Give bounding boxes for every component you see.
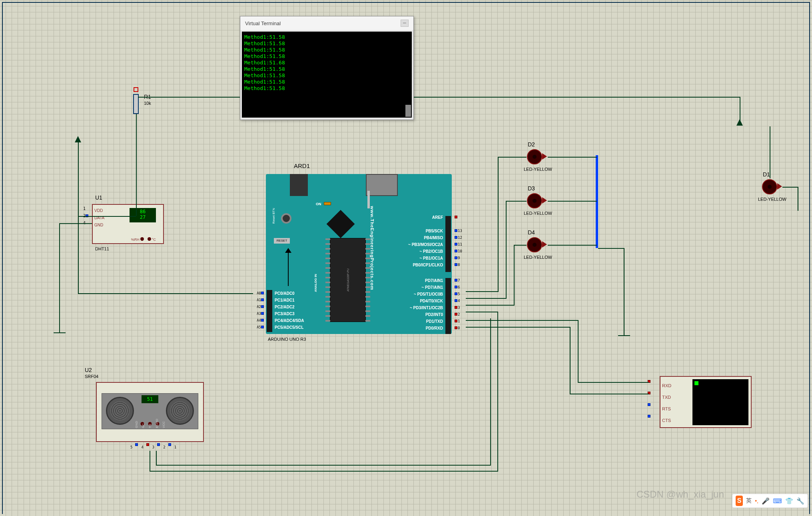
power-led-icon	[324, 202, 331, 205]
vterm-line: Method1:51.58	[244, 72, 409, 79]
u2-part: SRF04	[85, 374, 98, 379]
wire[interactable]	[624, 248, 624, 332]
wire[interactable]	[136, 114, 137, 216]
right-top-labels: AREF PB5/SCKPB4/MISO ~ PB3/MOSI/OC2A~ PB…	[408, 214, 443, 268]
wire[interactable]	[490, 318, 491, 466]
analog-label: ANALOG IN	[314, 274, 317, 292]
wire[interactable]	[506, 201, 507, 299]
arduino-url: www.TheEngineeringProjects.com	[370, 206, 375, 290]
component-d4[interactable]	[527, 237, 542, 252]
barrel-jack-icon	[290, 174, 308, 196]
wire[interactable]	[578, 320, 579, 382]
d4-ref: D4	[528, 229, 535, 236]
term-pin-labels: RXD TXD RTS CTS	[662, 380, 671, 426]
wire[interactable]	[498, 157, 499, 292]
wire[interactable]	[578, 382, 649, 383]
r1-terminal-top[interactable]	[134, 87, 138, 92]
wire[interactable]	[150, 471, 497, 472]
u1-part: DHT11	[95, 246, 109, 251]
ime-toolbar[interactable]: S 英 •, 🎤 ⌨ 👕 🔧	[732, 494, 808, 508]
bus-wire[interactable]	[596, 155, 598, 248]
wire[interactable]	[414, 97, 740, 98]
watermark: CSDN @wh_xia_jun	[636, 489, 724, 500]
wire[interactable]	[570, 327, 571, 394]
d2-part: LED-YELLOW	[524, 167, 552, 172]
power-arrow-icon	[736, 119, 743, 126]
dht-pin-labels: VDD DATA GND	[94, 207, 104, 229]
ard-ref: ARD1	[294, 162, 310, 169]
vterm-line: Method1:51.58	[244, 53, 409, 60]
component-dht11[interactable]: VDD DATA GND 86 27 %RH °C	[92, 204, 164, 244]
ground-icon	[618, 332, 630, 340]
component-d1[interactable]	[762, 179, 777, 194]
reset-label: RESET	[274, 238, 290, 244]
wire[interactable]	[598, 248, 624, 249]
vterm-titlebar[interactable]: Virtual Terminal ─	[240, 16, 413, 30]
ard-left-ext-pins: A0 A1 A2 A3 A4 A5	[253, 290, 264, 331]
ultrasonic-tx-icon	[106, 397, 134, 425]
wire[interactable]	[466, 327, 570, 328]
wire[interactable]	[138, 97, 240, 98]
reset-button[interactable]	[281, 213, 291, 224]
component-d2[interactable]	[527, 149, 542, 164]
term-screen	[692, 379, 748, 425]
vterm-output[interactable]: Method1:51.58 Method1:51.58 Method1:51.5…	[242, 32, 412, 118]
wire[interactable]	[498, 157, 527, 158]
wire[interactable]	[548, 157, 597, 158]
wire[interactable]	[514, 245, 515, 306]
component-d3[interactable]	[527, 193, 542, 208]
wire[interactable]	[548, 201, 597, 202]
wire[interactable]	[782, 187, 798, 188]
wire[interactable]	[497, 312, 498, 472]
d1-part: LED-YELLOW	[758, 197, 786, 202]
component-srf04[interactable]: 51 GNDNCTRECHOVCC	[96, 382, 204, 442]
mic-icon[interactable]: 🎤	[762, 497, 770, 505]
right-bot-labels: PD7/AIN1~ PD7/AIN1~ PD5/T1/OC0BPD4/T0/XC…	[410, 277, 443, 332]
chip-smd-icon	[327, 210, 355, 238]
wire[interactable]	[466, 298, 506, 299]
wire[interactable]	[466, 320, 578, 321]
tool-icon[interactable]: 🔧	[796, 497, 804, 505]
reset-btn-label: Reset BTN	[272, 208, 275, 224]
skin-icon[interactable]: 👕	[785, 497, 793, 505]
right-header-top	[445, 216, 451, 272]
vterm-line: Method1:51.58	[244, 79, 409, 85]
keyboard-icon[interactable]: ⌨	[773, 497, 782, 505]
virtual-terminal-window[interactable]: Virtual Terminal ─ Method1:51.58 Method1…	[240, 16, 414, 120]
wire[interactable]	[78, 216, 136, 217]
component-serial-terminal[interactable]: RXD TXD RTS CTS	[660, 376, 752, 428]
scrollbar-thumb[interactable]	[405, 105, 411, 117]
srf-display: 51	[142, 395, 158, 403]
schematic-canvas[interactable]: Virtual Terminal ─ Method1:51.58 Method1…	[0, 0, 812, 516]
wire[interactable]	[59, 223, 92, 224]
wire[interactable]	[506, 201, 527, 202]
diode-arrow-icon	[285, 248, 291, 253]
cursor-icon	[694, 381, 698, 385]
ard-part: ARDUINO UNO R3	[268, 337, 306, 342]
vterm-line: Method1:51.68	[244, 60, 409, 66]
wire[interactable]	[514, 245, 527, 246]
srf-pin-labels: GNDNCTRECHOVCC	[135, 419, 166, 428]
wire[interactable]	[59, 223, 60, 329]
wire[interactable]	[156, 465, 490, 466]
wire[interactable]	[770, 126, 770, 178]
wire[interactable]	[78, 293, 253, 294]
vterm-title-text: Virtual Terminal	[245, 20, 281, 26]
wire[interactable]	[78, 142, 79, 294]
wire[interactable]	[798, 187, 798, 211]
on-label: ON	[316, 202, 321, 206]
wire[interactable]	[548, 245, 597, 246]
wire[interactable]	[466, 291, 498, 292]
close-icon[interactable]: ─	[401, 20, 409, 27]
wire[interactable]	[156, 451, 157, 465]
wire[interactable]	[570, 394, 649, 394]
diode-icon	[288, 250, 289, 286]
wire[interactable]	[466, 305, 514, 306]
d2-ref: D2	[528, 141, 535, 148]
wire[interactable]	[466, 312, 498, 312]
sogou-logo-icon[interactable]: S	[736, 496, 743, 506]
component-arduino[interactable]: Reset BTN ON RESET www.TheEngineeringPro…	[266, 174, 452, 334]
wire[interactable]	[150, 451, 150, 471]
ime-lang[interactable]: 英	[746, 497, 752, 504]
ground-icon	[54, 329, 66, 337]
